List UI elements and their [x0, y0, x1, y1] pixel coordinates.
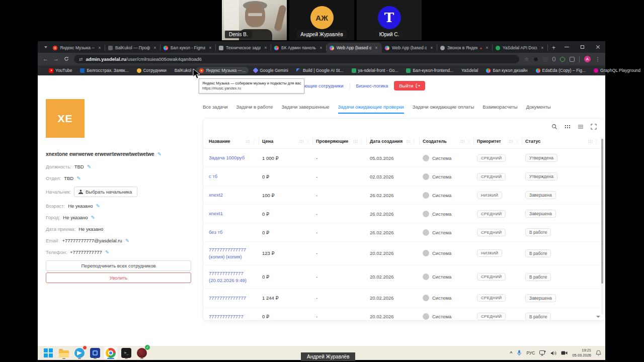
table-row[interactable]: xnext1 0 ₽ - 26.02.2026 Система СРЕДНИЙ: [203, 205, 605, 223]
edit-pencil-icon[interactable]: ✎: [105, 249, 109, 255]
column-menu-icon[interactable]: ⋮: [305, 139, 309, 144]
extension-mic-icon[interactable]: [552, 57, 555, 61]
column-header[interactable]: Название ⋮: [209, 134, 262, 148]
drag-handle-icon[interactable]: [460, 140, 464, 143]
minimize-icon[interactable]: [565, 45, 569, 49]
drag-handle-icon[interactable]: [588, 140, 592, 143]
column-header[interactable]: Цена ⋮: [262, 134, 316, 148]
bookmark[interactable]: YouTube: [46, 67, 75, 74]
task-tab[interactable]: Задачи завершенные: [281, 104, 329, 114]
table-row[interactable]: с тб 0 ₽ - 02.03.2026 Система СРЕДНИЙ: [203, 167, 605, 186]
drag-handle-icon[interactable]: [299, 140, 303, 143]
column-menu-icon[interactable]: ⋮: [252, 139, 256, 144]
logout-button[interactable]: Выйти: [394, 81, 425, 90]
extension-icon[interactable]: [533, 57, 538, 62]
site-info-icon[interactable]: ⇄: [79, 57, 83, 62]
drag-handle-icon[interactable]: [246, 140, 250, 143]
chrome-button[interactable]: [104, 346, 117, 359]
column-header[interactable]: Дата создания ⋮: [370, 134, 423, 148]
fullscreen-icon[interactable]: [590, 123, 597, 130]
bookmark[interactable]: Белгосстрах. Заявк...: [77, 67, 131, 74]
bookmark[interactable]: Бал кукол дизайн: [483, 67, 530, 74]
browser-tab[interactable]: Яндекс Музыка — с: [50, 43, 105, 53]
search-icon[interactable]: [551, 123, 557, 130]
close-icon[interactable]: [596, 45, 600, 49]
bookmark-star-icon[interactable]: ☆: [524, 56, 529, 62]
tab-close-icon[interactable]: [208, 45, 213, 50]
browser-tab[interactable]: YaSdelal API Docume: [493, 43, 548, 53]
table-row[interactable]: Задача 1000руб 1 000 ₽ - 05.03.2026 Сист…: [203, 149, 605, 167]
column-header[interactable]: Статус ⋮: [525, 134, 605, 148]
file-explorer-button[interactable]: [57, 346, 70, 359]
table-row[interactable]: xnext2 100 ₽ - 26.02.2026 Система НИЗКИЙ: [203, 186, 605, 205]
column-menu-icon[interactable]: ⋮: [466, 139, 470, 144]
tab-close-icon[interactable]: [318, 45, 324, 50]
browser-tab[interactable]: Web App (based on: [327, 43, 382, 53]
tab-close-icon[interactable]: [429, 45, 434, 50]
drag-handle-icon[interactable]: [353, 140, 357, 143]
back-icon[interactable]: ←: [43, 56, 48, 62]
table-row[interactable]: без тб 0 ₽ - 26.02.2026 Система СРЕДНИЙ: [203, 223, 605, 242]
bookmark[interactable]: Сотрудники: [134, 67, 170, 74]
reload-icon[interactable]: [64, 56, 69, 62]
edit-pencil-icon[interactable]: ✎: [87, 164, 91, 169]
extensions-puzzle-icon[interactable]: [570, 57, 575, 62]
task-tab[interactable]: Задачи в работе: [236, 104, 273, 114]
column-menu-icon[interactable]: ⋮: [594, 139, 598, 144]
task-name-link[interactable]: без тб: [209, 224, 262, 241]
browser-tab[interactable]: Техническое задан: [216, 43, 271, 53]
bookmark[interactable]: ya-sdelal-front - Go...: [349, 67, 401, 74]
scroll-down-arrow-icon[interactable]: [596, 316, 600, 318]
participant-tile-camera[interactable]: Denis B.: [222, 0, 287, 40]
table-row[interactable]: 77777777777777 1 244 ₽ - 20.02.2026 Сист…: [203, 289, 605, 308]
task-name-link[interactable]: xnext2: [209, 187, 262, 204]
task-name-link[interactable]: 77777777777777 (копия) (копия): [209, 242, 262, 265]
task-tab[interactable]: Задачи ожидающие проверки: [338, 104, 404, 114]
extension-shield-icon[interactable]: [543, 57, 548, 62]
tab-close-icon[interactable]: [97, 45, 102, 50]
clock[interactable]: 19:21 05.03.2026: [572, 348, 591, 358]
fire-button[interactable]: Уволить: [46, 273, 191, 283]
task-name-link[interactable]: 7777777777777: [209, 308, 262, 321]
tab-search-chevron-icon[interactable]: [42, 42, 50, 52]
browser-tab[interactable]: Бал кукол - Figma: [160, 43, 216, 53]
bookmark[interactable]: GraphQL Playground: [591, 67, 643, 74]
edit-pencil-icon[interactable]: ✎: [157, 151, 162, 157]
bookmark[interactable]: Google Gemini: [251, 67, 291, 74]
column-header[interactable]: Приоритет ⋮: [477, 134, 525, 148]
display-icon[interactable]: [539, 350, 546, 356]
edit-pencil-icon[interactable]: ✎: [125, 238, 129, 243]
table-row[interactable]: 7777777777777 0 ₽ - 20.02.2026 Система С…: [203, 308, 605, 321]
task-tab[interactable]: Взаиморасчеты: [482, 104, 517, 114]
task-name-link[interactable]: с тб: [209, 168, 262, 185]
browser-tab[interactable]: BalKukol — Профиль: [105, 43, 160, 53]
browser-tab[interactable]: Звонок в Яндек ●: [437, 43, 493, 53]
column-menu-icon[interactable]: ⋮: [515, 139, 519, 144]
participant-tile-avatar[interactable]: АЖ Андрей Журавлёв: [289, 0, 354, 40]
table-row[interactable]: 77777777777777 (копия) (копия) 123 ₽ - 2…: [203, 242, 605, 265]
nav-business-logic[interactable]: Бизнес-логика: [356, 83, 388, 88]
browser-tab[interactable]: Web App (based on: [382, 43, 437, 53]
app-button[interactable]: [89, 346, 102, 359]
tab-close-icon[interactable]: [540, 45, 545, 50]
tab-close-icon[interactable]: [485, 45, 490, 50]
column-menu-icon[interactable]: ⋮: [412, 139, 416, 144]
address-bar[interactable]: ⇄ admin.yasdelal.ru/user/cmlrsuiea005owa…: [74, 55, 519, 63]
column-header[interactable]: Проверяющие ⋮: [316, 134, 370, 148]
red-app-button[interactable]: ✓: [135, 346, 148, 359]
browser-profile-avatar[interactable]: A: [584, 56, 591, 62]
speaker-icon[interactable]: [550, 350, 556, 356]
extension-record-icon[interactable]: [560, 57, 565, 62]
table-scrollbar-thumb[interactable]: [601, 139, 603, 284]
edit-pencil-icon[interactable]: ✎: [91, 215, 95, 220]
maximize-icon[interactable]: [580, 45, 585, 49]
task-tab[interactable]: Документы: [526, 104, 551, 114]
task-tab[interactable]: Все задачи: [203, 104, 228, 114]
browser-menu-icon[interactable]: ⋮: [595, 56, 600, 62]
select-manager-button[interactable]: Выбрать начальника: [74, 187, 137, 197]
drag-handle-icon[interactable]: [406, 140, 410, 143]
tab-close-icon[interactable]: [374, 45, 379, 50]
task-tab[interactable]: Задачи ожидающие оплаты: [413, 104, 474, 114]
tab-close-icon[interactable]: [263, 45, 268, 50]
bookmark[interactable]: Яндекс Музыка —...: [196, 67, 249, 74]
